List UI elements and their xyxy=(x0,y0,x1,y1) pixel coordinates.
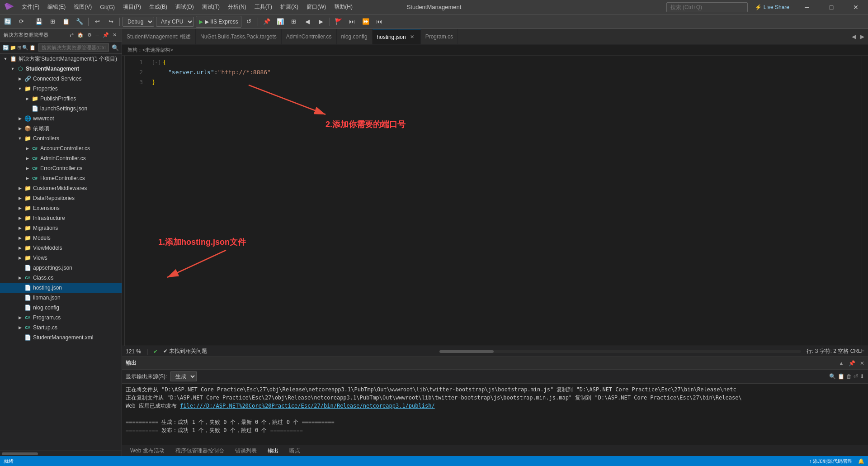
toolbar-pin[interactable]: 📌 xyxy=(261,16,273,28)
sidebar-item-publishprofiles[interactable]: ▶ 📁 PublishProfiles xyxy=(0,94,122,104)
toolbar-btn4[interactable]: 🔧 xyxy=(74,16,85,28)
menu-help[interactable]: 帮助(H) xyxy=(330,1,356,13)
panel-btn-copy[interactable]: 📋 xyxy=(838,373,844,380)
live-share-button[interactable]: ⚡ Live Share xyxy=(751,2,793,12)
menu-view[interactable]: 视图(V) xyxy=(70,1,95,13)
sidebar-item-admincontroller[interactable]: ▶ C# AdminController.cs xyxy=(0,153,122,163)
sidebar-item-views[interactable]: ▶ 📁 Views xyxy=(0,253,122,263)
sidebar-toolbar-btn3[interactable]: ⊞ xyxy=(17,45,21,51)
menu-edit[interactable]: 编辑(E) xyxy=(44,1,69,13)
menu-tools[interactable]: 工具(T) xyxy=(251,1,276,13)
sidebar-item-errorcontroller[interactable]: ▶ C# ErrorController.cs xyxy=(0,163,122,173)
tabs-scroll-left[interactable]: ◀ xyxy=(850,32,858,42)
sidebar-item-datarepositories[interactable]: ▶ 📁 DataRepositories xyxy=(0,193,122,203)
sidebar-item-properties[interactable]: ▼ 📁 Properties xyxy=(0,84,122,94)
menu-file[interactable]: 文件(F) xyxy=(18,1,43,13)
menu-project[interactable]: 项目(P) xyxy=(119,1,145,13)
sidebar-toolbar-btn2[interactable]: 📁 xyxy=(10,45,16,51)
sidebar-item-project[interactable]: ▼ ⬡ StudentManagement xyxy=(0,64,122,74)
global-search-input[interactable] xyxy=(666,2,748,12)
toolbar-undo[interactable]: ↩ xyxy=(91,16,103,28)
sidebar-item-classcs[interactable]: ▶ C# Class.cs xyxy=(0,273,122,283)
tab-hostingjson[interactable]: hosting.json ✕ xyxy=(373,29,421,45)
sidebar-item-connectedservices[interactable]: ▶ 🔗 Connected Services xyxy=(0,74,122,84)
sidebar-item-accountcontroller[interactable]: ▶ C# AccountController.cs xyxy=(0,143,122,153)
sidebar-item-homecontroller[interactable]: ▶ C# HomeController.cs xyxy=(0,173,122,183)
sidebar-toolbar-btn4[interactable]: 🔍 xyxy=(22,45,28,51)
tab-close-hostingjson[interactable]: ✕ xyxy=(409,33,416,41)
sidebar-item-appsettings[interactable]: 📄 appsettings.json xyxy=(0,263,122,273)
editor-vertical-scrollbar[interactable] xyxy=(862,56,868,346)
sidebar-item-migrations[interactable]: ▶ 📁 Migrations xyxy=(0,223,122,233)
sidebar-item-hostingjson[interactable]: 📄 hosting.json xyxy=(0,283,122,293)
panel-action-pin[interactable]: 📌 xyxy=(847,359,857,367)
menu-build[interactable]: 生成(B) xyxy=(146,1,171,13)
editor-hscroll[interactable] xyxy=(439,349,801,354)
toolbar-step3[interactable]: ⏮ xyxy=(373,16,385,28)
sidebar-item-models[interactable]: ▶ 📁 Models xyxy=(0,233,122,243)
sidebar-item-libman[interactable]: 📄 libman.json xyxy=(0,293,122,303)
code-editor[interactable]: 1 2 3 [-] { "server.urls" : "http://*:88… xyxy=(122,56,868,346)
sidebar-item-programcs[interactable]: ▶ C# Program.cs xyxy=(0,313,122,323)
panel-action-close[interactable]: ✕ xyxy=(858,359,866,367)
sidebar-item-viewmodels[interactable]: ▶ 📁 ViewModels xyxy=(0,243,122,253)
toolbar-save-all[interactable]: ⊞ xyxy=(47,16,58,28)
sidebar-item-customermiddlewares[interactable]: ▶ 📁 CustomerMiddlewares xyxy=(0,183,122,193)
sidebar-toolbar-btn1[interactable]: 🔄 xyxy=(3,45,9,51)
sidebar-action-home[interactable]: 🏠 xyxy=(76,32,85,38)
toolbar-flag[interactable]: 🚩 xyxy=(333,16,344,28)
panel-btn-filter[interactable]: 🔍 xyxy=(829,373,836,380)
toolbar-chart[interactable]: 📊 xyxy=(274,16,286,28)
debug-config-dropdown[interactable]: Debug xyxy=(123,17,154,27)
tab-nlogconfig[interactable]: nlog.config xyxy=(337,29,373,45)
code-content[interactable]: [-] { "server.urls" : "http://*:8886" } xyxy=(146,56,862,346)
bottom-tab-packagemanager[interactable]: 程序包管理器控制台 xyxy=(171,446,229,456)
bottom-tab-breakpoints[interactable]: 断点 xyxy=(285,446,305,456)
run-button[interactable]: ▶ ▶ IIS Express xyxy=(196,16,241,28)
sidebar-horizontal-scroll[interactable] xyxy=(0,451,122,456)
toolbar-btn3[interactable]: 📋 xyxy=(60,16,72,28)
tab-nuget[interactable]: NuGet.Build.Tasks.Pack.targets xyxy=(196,29,282,45)
toolbar-arrow-r[interactable]: ▶ xyxy=(315,16,327,28)
close-button[interactable]: ✕ xyxy=(845,0,866,14)
toolbar-reload[interactable]: ↺ xyxy=(243,16,255,28)
sidebar-item-nlogconfig[interactable]: 📄 nlog.config xyxy=(0,303,122,313)
toolbar-grid[interactable]: ⊞ xyxy=(288,16,300,28)
menu-test[interactable]: 测试(T) xyxy=(198,1,223,13)
panel-btn-wrap[interactable]: ⏎ xyxy=(854,373,858,380)
sidebar-item-controllers[interactable]: ▼ 📁 Controllers xyxy=(0,133,122,143)
output-source-dropdown[interactable]: 生成 xyxy=(170,371,197,381)
sidebar-item-infrastructure[interactable]: ▶ 📁 Infrastructure xyxy=(0,213,122,223)
sidebar-action-close[interactable]: ─ xyxy=(94,32,100,38)
menu-git[interactable]: Git(G) xyxy=(96,2,118,12)
sidebar-item-studentmanagementxml[interactable]: 📄 StudentManagement.xml xyxy=(0,333,122,342)
minimize-button[interactable]: ─ xyxy=(797,0,817,14)
panel-action-up[interactable]: ▲ xyxy=(837,359,846,367)
menu-debug[interactable]: 调试(D) xyxy=(172,1,198,13)
menu-extensions[interactable]: 扩展(X) xyxy=(277,1,302,13)
sidebar-toolbar-btn5[interactable]: 📋 xyxy=(29,45,36,51)
tabs-scroll-right[interactable]: ▶ xyxy=(859,32,866,42)
tab-admincontroller[interactable]: AdminController.cs xyxy=(282,29,337,45)
platform-dropdown[interactable]: Any CPU xyxy=(156,17,194,27)
menu-analyze[interactable]: 分析(N) xyxy=(224,1,250,13)
toolbar-save[interactable]: 💾 xyxy=(33,16,45,28)
panel-btn-scroll[interactable]: ⬇ xyxy=(860,373,864,380)
panel-btn-clear[interactable]: 🗑 xyxy=(846,373,852,380)
bottom-tab-errorlist[interactable]: 错误列表 xyxy=(231,446,261,456)
sidebar-item-wwwroot[interactable]: ▶ 🌐 wwwroot xyxy=(0,114,122,124)
add-to-source-control[interactable]: ↑ 添加到源代码管理 xyxy=(809,458,853,465)
tab-overview[interactable]: StudentManagement: 概述 xyxy=(122,29,196,45)
tab-programcs[interactable]: Program.cs xyxy=(421,29,458,45)
sidebar-search-input[interactable] xyxy=(38,43,109,52)
sidebar-action-settings[interactable]: ⚙ xyxy=(86,32,93,38)
toolbar-step[interactable]: ⏭ xyxy=(346,16,358,28)
sidebar-item-extensions[interactable]: ▶ 📁 Extensions xyxy=(0,203,122,213)
notification-bell[interactable]: 🔔 xyxy=(858,458,864,464)
menu-window[interactable]: 窗口(W) xyxy=(303,1,330,13)
sidebar-item-dependencies[interactable]: ▶ 📦 依赖项 xyxy=(0,124,122,133)
toolbar-forward[interactable]: ⟳ xyxy=(15,16,27,28)
bottom-tab-output[interactable]: 输出 xyxy=(263,446,283,456)
sidebar-action-sync[interactable]: ⇄ xyxy=(68,32,75,38)
output-link[interactable]: file:///D:/ASP.NET%20Core%20Practice/Esc… xyxy=(180,403,435,409)
